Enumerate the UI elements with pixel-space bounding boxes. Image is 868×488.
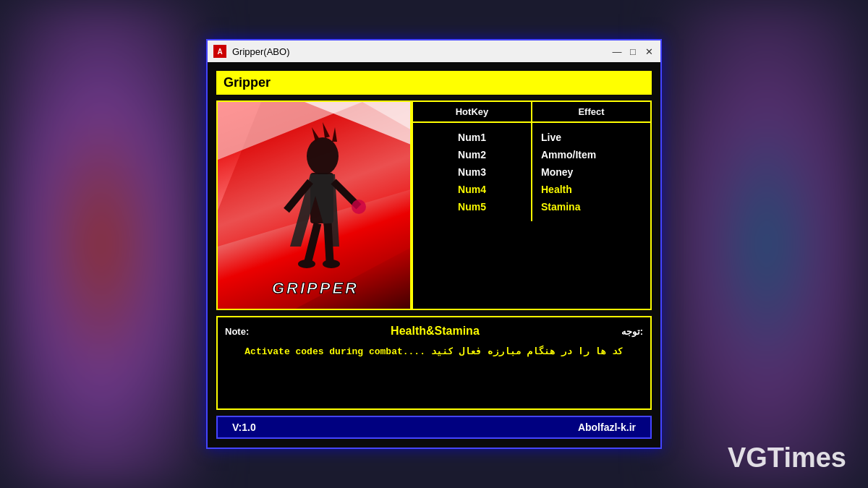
vgtimes-watermark: VGTimes	[728, 442, 846, 474]
hotkey-table: HotKey Effect Num1 Num2 Num3 Num4 Num5 L…	[412, 100, 652, 310]
game-title: Gripper	[224, 75, 271, 90]
note-label-left: Note:	[225, 326, 249, 337]
bg-decoration-right	[665, 0, 868, 488]
website-label: Abolfazl-k.ir	[578, 421, 636, 433]
hotkey-table-header: HotKey Effect	[413, 102, 650, 123]
effect-col-header: Effect	[532, 102, 650, 123]
bg-decoration-left	[0, 0, 203, 488]
effect-stamina: Stamina	[535, 198, 647, 215]
effect-ammo: Ammo/Item	[535, 146, 647, 163]
svg-point-16	[323, 260, 340, 268]
hotkey-effects-col: Live Ammo/Item Money Health Stamina	[532, 123, 650, 221]
window-title: Gripper(ABO)	[232, 46, 605, 57]
game-title-bar: Gripper	[216, 71, 652, 95]
hotkey-col-header: HotKey	[413, 102, 532, 123]
watermark-text: VGTimes	[728, 442, 846, 473]
window-controls: — □ ✕	[611, 46, 655, 57]
version-label: V:1.0	[232, 421, 256, 433]
hotkey-num4: Num4	[416, 181, 528, 198]
main-area: GRIPPER HotKey Effect Num1 Num2 Num3 Num…	[216, 100, 652, 310]
svg-point-12	[352, 200, 366, 214]
hotkey-num2: Num2	[416, 146, 528, 163]
hotkey-keys-col: Num1 Num2 Num3 Num4 Num5	[413, 123, 532, 221]
svg-point-15	[298, 260, 315, 268]
note-label-right: :توجه	[621, 326, 643, 337]
effect-health: Health	[535, 181, 647, 198]
content-area: Gripper	[208, 62, 660, 448]
title-bar: A Gripper(ABO) — □ ✕	[208, 40, 660, 62]
svg-line-14	[328, 223, 330, 261]
note-title: Health&Stamina	[249, 325, 621, 338]
hotkey-table-body: Num1 Num2 Num3 Num4 Num5 Live Ammo/Item …	[413, 123, 650, 221]
svg-point-4	[307, 137, 339, 175]
effect-live: Live	[535, 129, 647, 146]
footer-bar: V:1.0 Abolfazl-k.ir	[216, 416, 652, 439]
main-window: A Gripper(ABO) — □ ✕ Gripper	[206, 39, 662, 449]
close-button[interactable]: ✕	[643, 46, 655, 57]
note-section: Note: Health&Stamina :توجه Activate code…	[216, 316, 652, 410]
note-body: Activate codes during combat.... کد ها ر…	[225, 343, 643, 360]
hotkey-num5: Num5	[416, 198, 528, 215]
maximize-button[interactable]: □	[627, 46, 639, 57]
app-icon: A	[213, 45, 226, 58]
svg-text:GRIPPER: GRIPPER	[272, 279, 359, 297]
hotkey-num1: Num1	[416, 129, 528, 146]
note-header: Note: Health&Stamina :توجه	[225, 325, 643, 338]
effect-money: Money	[535, 163, 647, 181]
hotkey-num3: Num3	[416, 163, 528, 181]
character-art: GRIPPER	[218, 102, 412, 310]
game-image: GRIPPER	[216, 100, 412, 310]
minimize-button[interactable]: —	[611, 46, 623, 57]
